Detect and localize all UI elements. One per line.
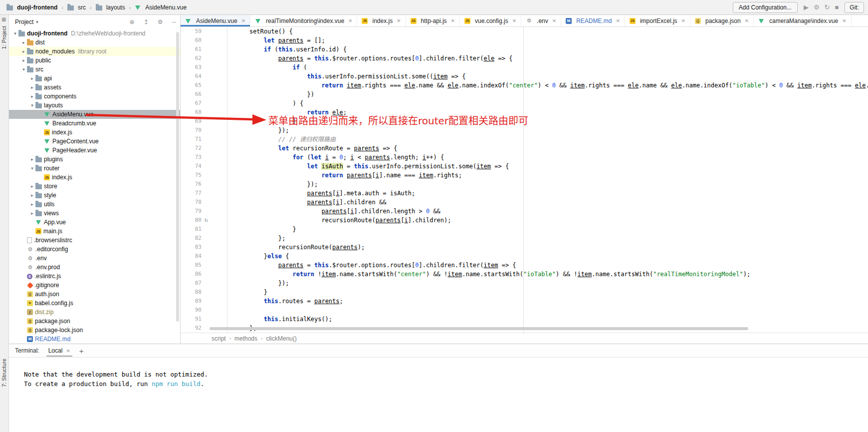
editor-tab-vue-config-js[interactable]: JSvue.config.js✕ <box>460 15 521 26</box>
tree-item-index-js[interactable]: JSindex.js <box>9 173 180 182</box>
add-configuration-button[interactable]: Add Configuration... <box>733 2 798 13</box>
tree-item-node-modules[interactable]: ▸node_moduleslibrary root <box>9 47 180 56</box>
tree-item-package-lock-json[interactable]: {}package-lock.json <box>9 326 180 335</box>
close-icon[interactable]: ✕ <box>616 18 620 23</box>
tree-item-style[interactable]: ▸style <box>9 191 180 200</box>
chevron-right-icon[interactable]: ▸ <box>29 184 35 189</box>
tree-item-gitignore[interactable]: .gitignore <box>9 281 180 290</box>
editor-tab-package-json[interactable]: {}package.json✕ <box>690 15 754 26</box>
editor-tab-http-api-js[interactable]: JShttp-api.js✕ <box>406 15 460 26</box>
chevron-right-icon[interactable]: ▸ <box>29 76 35 81</box>
tree-item-auth-json[interactable]: {}auth.json <box>9 290 180 299</box>
update-icon[interactable]: ↻ <box>825 3 830 11</box>
stop-icon[interactable]: ■ <box>835 3 839 11</box>
tree-item-asidemenu-vue[interactable]: AsideMenu.vue <box>9 110 180 119</box>
editor-tab-importexcel-js[interactable]: JSimportExcel.js✕ <box>625 15 690 26</box>
editor-tab-env[interactable]: ⚙.env✕ <box>521 15 561 26</box>
close-icon[interactable]: ✕ <box>451 18 455 23</box>
chevron-right-icon[interactable]: ▸ <box>29 193 35 198</box>
tree-item-pagecontent-vue[interactable]: PageContent.vue <box>9 137 180 146</box>
breadcrumb-item-layouts[interactable]: layouts <box>94 3 127 12</box>
tree-item-pageheader-vue[interactable]: PageHeader.vue <box>9 146 180 155</box>
chevron-right-icon[interactable]: ▸ <box>20 58 27 63</box>
chevron-down-icon[interactable]: ▾ <box>36 19 38 24</box>
tree-item-breadcrumb-vue[interactable]: Breadcrumb.vue <box>9 119 180 128</box>
tree-item-main-js[interactable]: JSmain.js <box>9 227 180 236</box>
new-terminal-button[interactable]: + <box>79 347 84 355</box>
tree-item-assets[interactable]: ▸assets <box>9 83 180 92</box>
tree-item-readme-md[interactable]: MREADME.md <box>9 335 180 344</box>
close-icon[interactable]: ✕ <box>745 18 749 23</box>
chevron-right-icon[interactable]: ▸ <box>29 94 35 99</box>
close-icon[interactable]: ✕ <box>681 18 685 23</box>
tree-item-index-js[interactable]: JSindex.js <box>9 128 180 137</box>
editor-tab-readme-md[interactable]: MREADME.md✕ <box>561 15 625 26</box>
tool-window-switcher-icon[interactable]: ▦ <box>1 16 6 22</box>
chevron-right-icon[interactable]: ▸ <box>29 211 35 216</box>
breadcrumb-item-duoji-frontend[interactable]: duoji-frontend <box>5 3 59 12</box>
tree-item-src[interactable]: ▾src <box>9 65 180 74</box>
tree-item-env[interactable]: ⚙.env <box>9 254 180 263</box>
chevron-right-icon[interactable]: ▸ <box>29 157 35 162</box>
close-icon[interactable]: ✕ <box>66 348 70 354</box>
chevron-down-icon[interactable]: ▾ <box>20 67 27 72</box>
tool-window-structure-button[interactable]: 7: Structure <box>1 359 7 387</box>
tree-item-api[interactable]: ▸api <box>9 74 180 83</box>
locate-icon[interactable]: ⊕ <box>130 18 135 25</box>
chevron-down-icon[interactable]: ▾ <box>29 103 35 108</box>
chevron-down-icon[interactable]: ▾ <box>12 31 18 36</box>
chevron-right-icon[interactable]: ▸ <box>29 85 35 90</box>
close-icon[interactable]: ✕ <box>348 18 352 23</box>
close-icon[interactable]: ✕ <box>842 18 846 23</box>
collapse-all-icon[interactable]: ↥ <box>144 18 149 25</box>
tree-item-dist[interactable]: ▸dist <box>9 38 180 47</box>
tree-item-browserslistrc[interactable]: .browserslistrc <box>9 236 180 245</box>
tree-item-layouts[interactable]: ▾layouts <box>9 101 180 110</box>
tree-item-store[interactable]: ▸store <box>9 182 180 191</box>
tree-item-utils[interactable]: ▸utils <box>9 200 180 209</box>
editor-tab-index-js[interactable]: JSindex.js✕ <box>357 15 406 26</box>
run-icon[interactable]: ▶ <box>804 3 809 11</box>
editor-breadcrumb-clickmenu[interactable]: clickMenu() <box>266 335 296 342</box>
tree-item-app-vue[interactable]: App.vue <box>9 218 180 227</box>
settings-icon[interactable]: ⚙ <box>158 18 163 25</box>
editor-tab-asidemenu-vue[interactable]: AsideMenu.vue✕ <box>181 15 250 26</box>
project-scrollbar[interactable] <box>176 32 179 322</box>
tree-item-router[interactable]: ▾router <box>9 164 180 173</box>
breadcrumb-item-asidemenu-vue[interactable]: AsideMenu.vue <box>133 3 188 12</box>
chevron-right-icon[interactable]: ▸ <box>20 49 27 54</box>
build-icon[interactable]: ⚙ <box>814 3 820 11</box>
editor-breadcrumb-methods[interactable]: methods <box>234 335 257 342</box>
terminal-output[interactable]: Note that the development build is not o… <box>9 358 868 432</box>
git-widget[interactable]: Git: <box>845 2 864 13</box>
breadcrumb-item-src[interactable]: src <box>66 3 87 12</box>
tree-item-babel-config-js[interactable]: bbabel.config.js <box>9 299 180 308</box>
hide-icon[interactable]: ─ <box>172 18 176 25</box>
project-view-selector[interactable]: Project <box>15 18 33 25</box>
close-icon[interactable]: ✕ <box>241 18 245 23</box>
tree-item-dist-zip[interactable]: Zdist.zip <box>9 308 180 317</box>
terminal-tab-local[interactable]: Local ✕ <box>46 345 72 357</box>
tool-window-project-button[interactable]: 1: Project <box>1 26 7 49</box>
tree-item-components[interactable]: ▸components <box>9 92 180 101</box>
tree-item-public[interactable]: ▸public <box>9 56 180 65</box>
folder-icon <box>35 166 42 171</box>
chevron-right-icon[interactable]: ▸ <box>20 40 27 45</box>
editor-tab-realtimemonitoring-index-vue[interactable]: realTimeMonitoring\index.vue✕ <box>250 15 357 26</box>
horizontal-scrollbar[interactable] <box>210 327 748 330</box>
chevron-right-icon[interactable]: ▸ <box>29 202 35 207</box>
code-editor[interactable]: 59 setRoute() {60 let parents = [];61 if… <box>181 27 868 333</box>
chevron-down-icon[interactable]: ▾ <box>29 166 35 171</box>
close-icon[interactable]: ✕ <box>512 18 516 23</box>
close-icon[interactable]: ✕ <box>552 18 556 23</box>
tree-item-env-prod[interactable]: ⚙.env.prod <box>9 263 180 272</box>
tree-item-duoji-frontend[interactable]: ▾duoji-frontendD:\zheheWeb\duoji-fronten… <box>9 29 180 38</box>
tree-item-package-json[interactable]: {}package.json <box>9 317 180 326</box>
close-icon[interactable]: ✕ <box>397 18 401 23</box>
tree-item-views[interactable]: ▸views <box>9 209 180 218</box>
tree-item-eslintrc-js[interactable]: E.eslintrc.js <box>9 272 180 281</box>
editor-breadcrumb-script[interactable]: script <box>212 335 226 342</box>
editor-tab-cameramanage-index-vue[interactable]: cameraManage\index.vue✕ <box>754 15 851 26</box>
tree-item-plugins[interactable]: ▸plugins <box>9 155 180 164</box>
tree-item-editorconfig[interactable]: ⚙.editorconfig <box>9 245 180 254</box>
